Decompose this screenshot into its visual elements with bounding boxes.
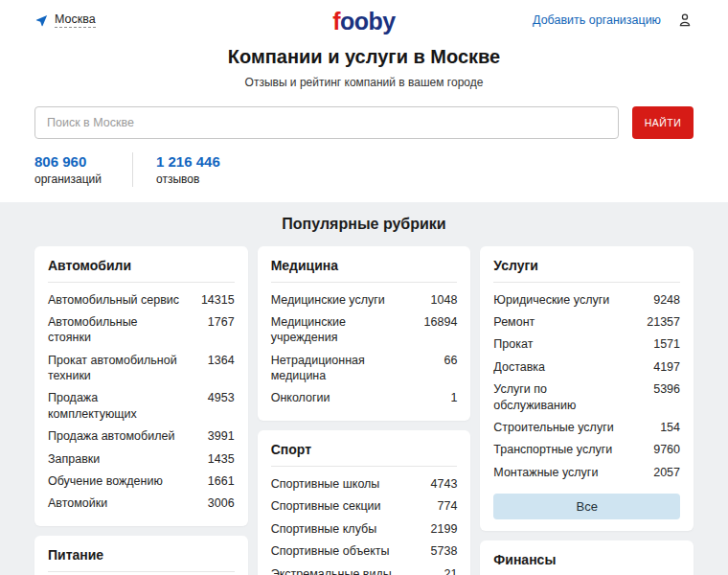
rubric-item-label: Онкологии (271, 390, 330, 405)
rubric-item[interactable]: Медицинские учреждения16894 (271, 310, 458, 349)
rubric-item[interactable]: Автомобильные стоянки1767 (48, 310, 235, 349)
rubric-item-label: Доставка (493, 359, 545, 375)
stat-label: отзывов (156, 172, 231, 186)
rubric-item-count: 21357 (647, 314, 680, 330)
logo-rest: ooby (340, 8, 396, 34)
rubric-item[interactable]: Монтажные услуги2057 (493, 461, 680, 483)
logo-letter-f: f (332, 8, 340, 34)
hero-section: Компании и услуги в Москве Отзывы и рейт… (0, 46, 728, 89)
rubric-card-title[interactable]: Питание (48, 547, 235, 572)
user-icon[interactable] (676, 12, 694, 29)
rubrics-heading: Популярные рубрики (34, 216, 694, 233)
stat-value: 1 216 446 (156, 153, 231, 170)
rubrics-column: УслугиЮридические услуги9248Ремонт21357П… (480, 246, 694, 575)
rubric-item-count: 1571 (653, 336, 680, 352)
rubric-item[interactable]: Нетрадиционная медицина66 (271, 349, 458, 387)
rubric-item-label: Транспортные услуги (493, 442, 612, 457)
stat-organizations: 806 960 организаций (34, 153, 109, 186)
stats-divider (132, 152, 133, 187)
rubric-item-count: 4953 (208, 390, 235, 405)
rubric-item[interactable]: Спортивные секции774 (271, 495, 458, 518)
rubric-item[interactable]: Услуги по обслуживанию5396 (493, 379, 680, 417)
rubric-item[interactable]: Транспортные услуги9760 (493, 439, 680, 461)
rubric-card-title[interactable]: Медицина (271, 258, 458, 283)
rubric-item[interactable]: Продажа автомобилей3991 (48, 426, 235, 448)
rubric-item[interactable]: Продажа комплектующих4953 (48, 387, 235, 426)
rubric-item-count: 14315 (201, 292, 235, 308)
rubric-item-count: 2057 (653, 465, 680, 480)
rubric-item-label: Услуги по обслуживанию (493, 381, 627, 413)
rubric-item-label: Нетрадиционная медицина (271, 353, 405, 384)
rubric-card: АвтомобилиАвтомобильный сервис14315Автом… (34, 246, 248, 526)
rubric-item-count: 5738 (431, 543, 458, 559)
rubric-card-items: Спортивные школы4743Спортивные секции774… (271, 472, 458, 575)
rubric-card: ПитаниеКафе11574Рестораны15019Кондитерск… (34, 536, 248, 575)
rubric-item-count: 1048 (431, 292, 458, 308)
show-all-button[interactable]: Все (493, 494, 680, 519)
rubric-card-title[interactable]: Услуги (493, 258, 680, 283)
rubric-item-count: 3991 (208, 428, 235, 444)
rubric-card-items: Юридические услуги9248Ремонт21357Прокат1… (493, 288, 680, 484)
rubric-item[interactable]: Прокат автомобильной техники1364 (48, 349, 235, 387)
city-selector[interactable]: Москва (34, 12, 96, 28)
city-label: Москва (55, 12, 96, 28)
rubric-item[interactable]: Автомойки3006 (48, 493, 235, 515)
rubric-item[interactable]: Строительные услуги154 (493, 416, 680, 438)
rubric-item-label: Спортивные объекты (271, 543, 390, 559)
rubric-item[interactable]: Ремонт21357 (493, 310, 680, 333)
rubric-item-label: Обучение вождению (48, 473, 163, 489)
rubric-item-count: 1364 (208, 353, 235, 368)
rubric-item[interactable]: Прокат1571 (493, 334, 680, 356)
search-button[interactable]: НАЙТИ (632, 106, 694, 139)
rubric-item[interactable]: Медицинские услуги1048 (271, 288, 458, 310)
rubric-item[interactable]: Автомобильный сервис14315 (48, 288, 235, 310)
rubric-item[interactable]: Спортивные школы4743 (271, 472, 458, 494)
rubric-item[interactable]: Юридические услуги9248 (493, 288, 680, 310)
rubric-item[interactable]: Спортивные клубы2199 (271, 518, 458, 540)
rubric-item[interactable]: Заправки1435 (48, 448, 235, 470)
logo[interactable]: fooby (332, 8, 396, 35)
rubric-item-label: Прокат (493, 336, 533, 352)
rubric-item-label: Спортивные школы (271, 476, 380, 492)
rubric-card: ФинансыБанки7701Ломбарды1610Страховые ко… (480, 540, 694, 575)
rubric-item-label: Ремонт (493, 314, 535, 330)
rubric-item-label: Прокат автомобильной техники (48, 353, 182, 384)
rubric-item-count: 1 (450, 390, 457, 405)
rubric-card-items: Медицинские услуги1048Медицинские учрежд… (271, 288, 458, 409)
rubric-card: МедицинаМедицинские услуги1048Медицински… (258, 246, 471, 421)
rubric-item-label: Продажа автомобилей (48, 428, 174, 444)
add-organization-link[interactable]: Добавить организацию (533, 13, 661, 27)
rubric-item-label: Экстремальные виды спорта (271, 566, 405, 575)
rubric-item-label: Заправки (48, 451, 100, 467)
search-input[interactable] (34, 106, 619, 139)
rubric-item-label: Продажа комплектующих (48, 390, 182, 422)
rubric-item-count: 1661 (208, 473, 235, 489)
rubric-item-label: Спортивные секции (271, 498, 381, 514)
rubric-item-count: 5396 (653, 381, 680, 397)
rubric-item[interactable]: Экстремальные виды спорта21 (271, 563, 458, 575)
rubric-card-title[interactable]: Финансы (493, 552, 680, 575)
rubric-item[interactable]: Онкологии1 (271, 387, 458, 409)
header: Москва fooby Добавить организацию (0, 0, 728, 40)
rubric-item-count: 9248 (653, 292, 680, 308)
rubric-item-label: Автомобильный сервис (48, 292, 179, 308)
search-bar: НАЙТИ (34, 106, 694, 139)
location-arrow-icon (34, 13, 49, 28)
rubric-card: СпортСпортивные школы4743Спортивные секц… (258, 430, 471, 575)
rubrics-column: АвтомобилиАвтомобильный сервис14315Автом… (34, 246, 248, 575)
rubric-item-label: Строительные услуги (493, 420, 613, 435)
rubrics-column: МедицинаМедицинские услуги1048Медицински… (258, 246, 471, 575)
rubric-item-count: 4743 (431, 476, 458, 492)
rubric-card-title[interactable]: Автомобили (48, 258, 235, 283)
stats-row: 806 960 организаций 1 216 446 отзывов (34, 152, 694, 202)
rubric-card-title[interactable]: Спорт (271, 442, 458, 467)
rubric-card: УслугиЮридические услуги9248Ремонт21357П… (480, 246, 694, 531)
rubric-item-label: Медицинские учреждения (271, 314, 405, 346)
rubric-item[interactable]: Доставка4197 (493, 356, 680, 378)
rubric-item[interactable]: Спортивные объекты5738 (271, 540, 458, 563)
rubric-item[interactable]: Обучение вождению1661 (48, 470, 235, 492)
header-right: Добавить организацию (533, 12, 694, 29)
rubric-item-count: 16894 (424, 314, 458, 330)
rubric-item-label: Юридические услуги (493, 292, 609, 308)
rubric-item-count: 21 (444, 566, 457, 575)
